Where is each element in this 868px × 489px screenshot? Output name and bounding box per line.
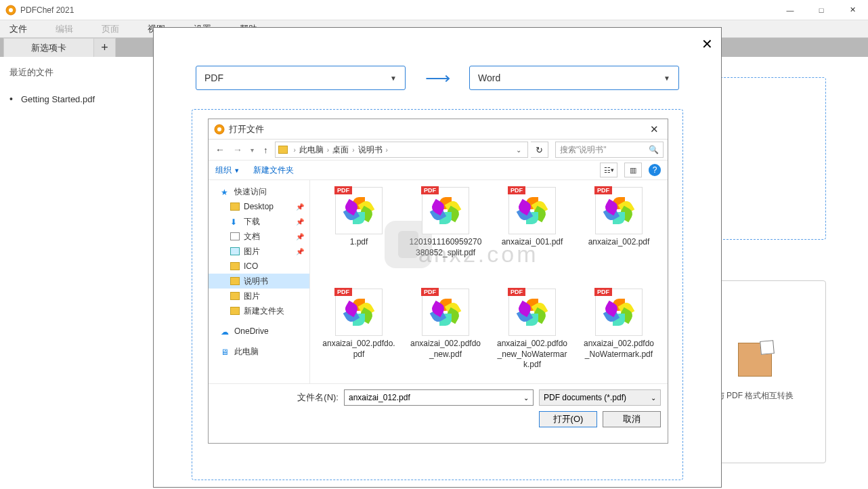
pin-icon: 📌 [296,248,304,255]
pdf-badge: PDF [594,186,612,194]
filename-input[interactable]: anxaizai_012.pdf ⌄ [344,389,534,406]
file-thumbnail: PDF [422,187,469,234]
menu-edit: 编辑 [56,23,73,35]
pdf-badge: PDF [334,186,352,194]
menu-file[interactable]: 文件 [9,23,27,35]
file-item[interactable]: PDF 1201911160959270380852_split.pdf [402,187,489,289]
new-folder-button[interactable]: 新建文件夹 [253,165,294,176]
dialog-close-button[interactable]: ✕ [641,123,668,135]
title-bar: PDFChef 2021 ― □ ✕ [0,0,868,20]
tab-add-button[interactable]: + [94,38,116,57]
sidebar-onedrive[interactable]: ☁OneDrive [209,324,309,339]
breadcrumb-desktop[interactable]: 桌面 [332,144,349,156]
svg-point-3 [217,127,221,131]
pin-icon: 📌 [296,233,304,240]
pdf-badge: PDF [508,186,525,194]
dialog-title: 打开文件 [229,123,264,135]
close-window-button[interactable]: ✕ [837,0,868,20]
modal-close-button[interactable]: ✕ [701,36,713,52]
search-input[interactable]: 搜索"说明书" 🔍 [555,142,664,158]
maximize-button[interactable]: □ [806,0,837,20]
file-item[interactable]: PDF anxaizai_002.pdfdo_NoWatermark.pdf [576,289,662,383]
file-name-label: anxaizai_002.pdfdo_NoWatermark.pdf [582,339,656,360]
sidebar-newfolder[interactable]: 新建文件夹 [209,303,309,318]
cancel-button[interactable]: 取消 [603,411,661,427]
file-name-label: anxaizai_002.pdf [582,237,656,248]
sidebar-thispc[interactable]: 🖥此电脑 [209,344,309,359]
nav-up-button[interactable]: ↑ [259,145,272,155]
path-dropdown-icon[interactable]: ⌄ [513,146,525,154]
pin-icon: 📌 [296,203,304,211]
preview-pane-button[interactable]: ▥ [624,163,642,177]
filter-label: PDF documents (*.pdf) [544,393,626,402]
file-thumbnail: PDF [508,187,556,234]
folder-icon [230,277,240,285]
star-icon: ★ [221,188,230,196]
open-file-dialog: 打开文件 ✕ ← → ▾ ↑ › 此电脑 › 桌面 › 说明书 › ⌄ ↻ 搜索… [208,119,668,444]
file-thumbnail: PDF [595,187,643,234]
sidebar-ico[interactable]: ICO [209,259,309,274]
nav-forward-button: → [230,144,245,155]
sidebar-documents[interactable]: 文档📌 [209,229,309,244]
sidebar-manual[interactable]: 说明书 [209,274,309,289]
convert-icon [738,343,772,377]
filetype-filter-select[interactable]: PDF documents (*.pdf) ⌄ [539,389,661,406]
view-mode-button[interactable]: ☷ ▾ [600,163,617,177]
filename-label: 文件名(N): [297,391,339,404]
refresh-button[interactable]: ↻ [531,142,548,158]
file-item[interactable]: PDF anxaizai_002.pdfdo.pdf [316,289,402,383]
folder-icon [278,146,288,154]
picture-icon [230,247,240,255]
open-button[interactable]: 打开(O) [539,411,597,427]
chevron-down-icon: ⌄ [523,394,529,402]
sidebar-pictures[interactable]: 图片📌 [209,244,309,259]
file-thumbnail: PDF [422,289,469,336]
pdf-badge: PDF [334,288,352,296]
breadcrumb-pc[interactable]: 此电脑 [299,144,324,156]
file-item[interactable]: PDF anxaizai_001.pdf [489,187,576,289]
recent-file-item[interactable]: Getting Started.pdf [9,93,95,104]
file-thumbnail: PDF [508,289,556,336]
tab-new[interactable]: 新选项卡 [3,38,94,57]
nav-back-button[interactable]: ← [213,144,227,155]
to-format-select[interactable]: Word ▼ [469,66,679,90]
organize-button[interactable]: 组织 ▼ [215,165,240,176]
file-item[interactable]: PDF anxaizai_002.pdfdo_new.pdf [402,289,489,383]
window-controls: ― □ ✕ [775,0,868,20]
file-item[interactable]: PDF anxaizai_002.pdfdo_new_NoWatermark.p… [489,289,576,383]
breadcrumb-sep: › [325,146,331,154]
sidebar-downloads[interactable]: ⬇下载📌 [209,214,309,229]
folder-icon [230,262,240,270]
sidebar-desktop[interactable]: Desktop📌 [209,199,309,214]
minimize-button[interactable]: ― [775,0,806,20]
sidebar-pictures2[interactable]: 图片 [209,289,309,303]
document-icon [230,232,240,240]
nav-history-dropdown[interactable]: ▾ [248,146,257,154]
app-icon [5,5,16,16]
pdf-badge: PDF [421,186,439,194]
breadcrumb-folder[interactable]: 说明书 [358,144,383,156]
chevron-down-icon: ▼ [234,167,240,174]
tab-new-label: 新选项卡 [31,42,66,54]
folder-icon [230,292,240,300]
file-name-label: anxaizai_001.pdf [495,237,569,248]
recent-file-name: Getting Started.pdf [21,94,95,104]
file-item[interactable]: PDF 1.pdf [316,187,402,289]
to-format-label: Word [478,72,500,83]
from-format-select[interactable]: PDF ▼ [196,66,406,90]
dialog-body: anxz.com ★快速访问 Desktop📌 ⬇下载📌 文档📌 图片📌 ICO… [209,180,668,383]
sidebar-quick-access[interactable]: ★快速访问 [209,184,309,199]
filename-value: anxaizai_012.pdf [349,393,410,402]
recent-files-label: 最近的文件 [9,66,53,79]
path-breadcrumb[interactable]: › 此电脑 › 桌面 › 说明书 › ⌄ [275,142,529,158]
convert-modal: ✕ PDF ▼ ⟶ Word ▼ 打开文件 ✕ ← → ▾ ↑ › [153,27,722,488]
chevron-down-icon: ▼ [664,75,670,82]
dialog-nav-bar: ← → ▾ ↑ › 此电脑 › 桌面 › 说明书 › ⌄ ↻ 搜索"说明书" 🔍 [209,140,668,160]
file-item[interactable]: PDF anxaizai_002.pdf [576,187,662,289]
sidebar-tree: ★快速访问 Desktop📌 ⬇下载📌 文档📌 图片📌 ICO 说明书 图片 新… [209,180,310,383]
help-icon[interactable]: ? [649,164,661,176]
file-name-label: anxaizai_002.pdfdo_new_NoWatermark.pdf [495,339,569,370]
chevron-down-icon: ▼ [390,75,397,82]
file-thumbnail: PDF [595,289,643,336]
pdf-badge: PDF [508,288,525,296]
